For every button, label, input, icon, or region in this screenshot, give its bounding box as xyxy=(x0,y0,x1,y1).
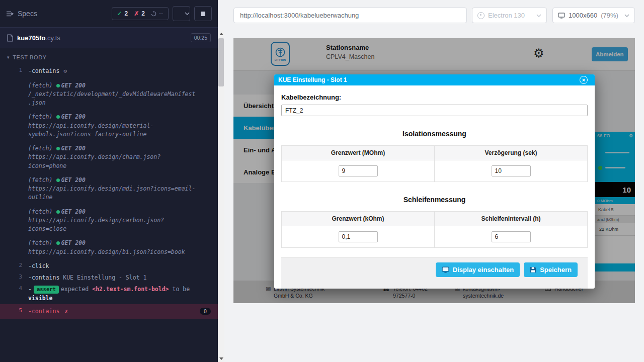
stat-pending: -- xyxy=(151,10,163,17)
fetch-method: GET 200 xyxy=(61,176,85,184)
grenzwert-mohm-input[interactable] xyxy=(339,165,378,176)
col-grenzwert-kohm: Grenzwert (kOhm) xyxy=(282,212,435,226)
kabel-label: Kabelbezeichnung: xyxy=(281,94,588,101)
stop-icon xyxy=(201,12,205,16)
cypress-reporter: Specs ✓ 2 ✗ 2 -- kue705fo.cy.ts 00:25 xyxy=(0,0,218,362)
kue-settings-modal: KUE Einstellung - Slot 1 × Kabelbezeichn… xyxy=(274,74,595,289)
spec-file-row[interactable]: kue705fo.cy.ts 00:25 xyxy=(0,27,218,48)
command-number: 5 xyxy=(0,307,28,316)
collapse-toggle-button[interactable] xyxy=(173,6,190,21)
status-dot-icon xyxy=(56,147,60,150)
command-number: 2 xyxy=(0,262,28,270)
close-icon[interactable]: × xyxy=(580,76,588,84)
browser-select[interactable]: Electron 130 xyxy=(472,8,547,23)
schleifenintervall-h-input[interactable] xyxy=(492,231,531,242)
viewport-select[interactable]: 1000x660 (79%) xyxy=(552,8,635,23)
command-number xyxy=(0,113,28,139)
fetch-label: (fetch) xyxy=(28,176,52,184)
cell-verzoegerung-sek xyxy=(435,160,588,182)
verzoegerung-sek-input[interactable] xyxy=(492,165,531,176)
url-input[interactable] xyxy=(233,8,467,23)
fail-x-icon: ✗ xyxy=(64,308,68,315)
command-number xyxy=(0,208,28,234)
fetch-method: GET 200 xyxy=(61,82,85,89)
scroll-down-button[interactable] xyxy=(218,355,224,362)
scrollbar-thumb[interactable] xyxy=(218,38,224,86)
arrow-down-icon xyxy=(219,357,223,360)
command-row-click[interactable]: 2 -click xyxy=(0,260,218,272)
command-number: 3 xyxy=(0,274,28,282)
fetch-url: https://api.iconify.design/mdi.json?icon… xyxy=(28,185,197,202)
assert-selector: <h2.text-sm.font-bold> xyxy=(92,286,169,293)
cell-grenzwert-mohm xyxy=(282,160,435,182)
command-row-contains-failed[interactable]: 5 -contains✗ 0 xyxy=(0,304,218,319)
spec-basename: kue705fo xyxy=(17,34,45,42)
fetch-url: https://api.iconify.design/material-symb… xyxy=(28,122,197,139)
command-row-contains-1[interactable]: 1 -contains⚙ xyxy=(0,65,218,77)
col-schleifenintervall-h: Schleifenintervall (h) xyxy=(435,212,588,226)
monitor-icon xyxy=(558,13,565,19)
fetch-log-row[interactable]: (fetch)GET 200 https://api.iconify.desig… xyxy=(0,206,218,235)
app-under-test: LITTWIN Stationsname CPLV4_Maschen ⚙ Abm… xyxy=(233,38,635,303)
kabelbezeichnung-input[interactable] xyxy=(281,105,588,116)
fetch-log-row[interactable]: (fetch)GET 200 https://api.iconify.desig… xyxy=(0,237,218,258)
command-name: -click xyxy=(28,262,49,269)
passed-count: 2 xyxy=(125,10,128,17)
speichern-button[interactable]: Speichern xyxy=(524,262,578,277)
fetch-content: (fetch)GET 200 https://api.iconify.desig… xyxy=(28,144,197,170)
pending-count: -- xyxy=(159,10,163,17)
modal-footer: Display einschalten Speichern xyxy=(281,257,588,289)
command-log: 1 -contains⚙ (fetch)GET 200 /_next/stati… xyxy=(0,63,218,321)
assert-visible: visible xyxy=(28,295,52,302)
fetch-content: (fetch)GET 200 /_next/static/development… xyxy=(28,81,197,108)
fetch-log-row[interactable]: (fetch)GET 200 /_next/static/development… xyxy=(0,80,218,109)
chevron-down-icon xyxy=(624,14,629,17)
fetch-content: (fetch)GET 200 https://api.iconify.desig… xyxy=(28,176,197,202)
test-stats[interactable]: ✓ 2 ✗ 2 -- xyxy=(112,7,169,20)
chevron-down-icon: ▾ xyxy=(7,55,10,60)
command-content: -assertexpected <h2.text-sm.font-bold> t… xyxy=(28,285,197,303)
reporter-header: Specs ✓ 2 ✗ 2 -- xyxy=(0,0,218,27)
viewport-size: 1000x660 xyxy=(569,12,597,19)
command-number xyxy=(0,144,28,170)
browser-label: Electron 130 xyxy=(488,12,525,19)
grenzwert-kohm-input[interactable] xyxy=(339,231,378,242)
command-content: -contains KUE Einstellung - Slot 1 xyxy=(28,274,197,282)
assert-mid: to be xyxy=(172,286,190,293)
modal-header: KUE Einstellung - Slot 1 × xyxy=(274,74,595,85)
command-name: -contains xyxy=(28,274,59,281)
save-button-label: Speichern xyxy=(540,266,572,274)
test-body-section-header[interactable]: ▾ TEST BODY xyxy=(0,48,218,63)
chevron-down-icon xyxy=(185,12,190,15)
fetch-log-row[interactable]: (fetch)GET 200 https://api.iconify.desig… xyxy=(0,174,218,204)
specs-menu-button[interactable]: Specs xyxy=(6,10,37,18)
command-number: 4 xyxy=(0,285,28,303)
modal-title: KUE Einstellung - Slot 1 xyxy=(278,76,347,83)
stop-button[interactable] xyxy=(194,6,212,21)
stat-failed: ✗ 2 xyxy=(134,10,145,17)
fetch-log-row[interactable]: (fetch)GET 200 https://api.iconify.desig… xyxy=(0,111,218,140)
command-row-contains-2[interactable]: 3 -contains KUE Einstellung - Slot 1 xyxy=(0,272,218,284)
command-number: 1 xyxy=(0,67,28,76)
fetch-log-row[interactable]: (fetch)GET 200 https://api.iconify.desig… xyxy=(0,143,218,172)
section-label: TEST BODY xyxy=(13,54,47,60)
viewport-zoom: (79%) xyxy=(601,12,618,19)
display-einschalten-button[interactable]: Display einschalten xyxy=(436,262,520,277)
scroll-up-button[interactable] xyxy=(218,30,224,37)
fetch-url: https://api.iconify.design/carbon.json?i… xyxy=(28,216,197,234)
reporter-scrollbar[interactable] xyxy=(218,30,224,362)
fetch-method: GET 200 xyxy=(61,239,85,246)
command-number xyxy=(0,81,28,108)
arrow-up-icon xyxy=(219,33,223,35)
isolationsmessung-heading: Isolationsmessung xyxy=(281,130,588,138)
fetch-label: (fetch) xyxy=(28,145,52,152)
fetch-method: GET 200 xyxy=(61,113,85,120)
chevron-down-icon xyxy=(536,14,541,17)
spec-extension: .cy.ts xyxy=(45,34,60,42)
command-row-assert[interactable]: 4 -assertexpected <h2.text-sm.font-bold>… xyxy=(0,284,218,304)
fetch-label: (fetch) xyxy=(28,239,52,246)
command-argument: KUE Einstellung - Slot 1 xyxy=(63,274,146,281)
status-dot-icon xyxy=(56,178,60,182)
display-icon xyxy=(442,266,449,273)
status-dot-icon xyxy=(56,241,60,245)
